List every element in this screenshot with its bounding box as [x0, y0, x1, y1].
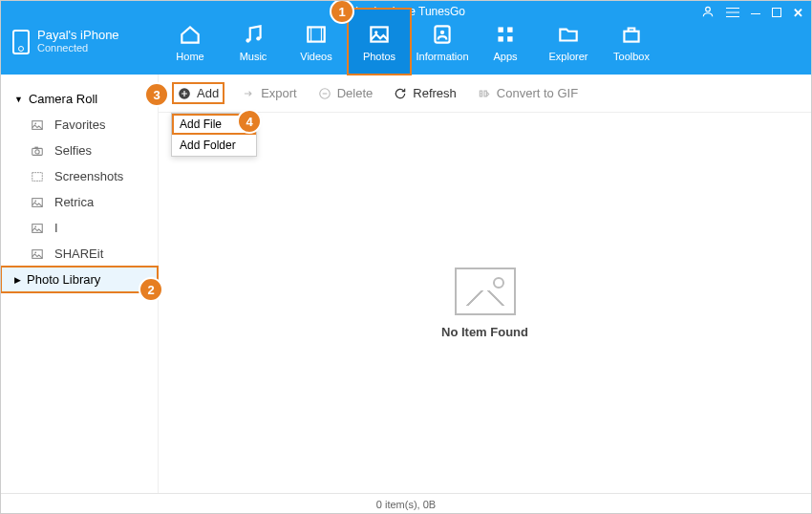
videos-icon [304, 22, 329, 47]
nav-home[interactable]: Home [159, 9, 222, 75]
item-label: SHAREit [54, 246, 103, 261]
nav-label: Videos [300, 51, 331, 62]
sidebar: ▼Camera RollFavoritesSelfiesScreenshotsR… [1, 75, 159, 493]
annotation-badge-1: 1 [330, 0, 354, 24]
music-icon [241, 22, 266, 47]
photos-icon [367, 22, 392, 47]
item-label: Favorites [54, 118, 105, 132]
svg-point-18 [35, 149, 39, 153]
svg-point-22 [34, 200, 36, 202]
svg-rect-12 [498, 36, 502, 41]
sidebar-group-photo-library[interactable]: ▶Photo Library [1, 267, 158, 292]
export-icon [242, 87, 255, 100]
refresh-button[interactable]: Refresh [394, 86, 457, 100]
nav-label: Explorer [549, 51, 588, 62]
menu-icon[interactable] [726, 6, 739, 20]
svg-point-16 [34, 122, 36, 124]
svg-point-2 [256, 36, 260, 40]
sidebar-item-favorites[interactable]: Favorites [1, 112, 158, 138]
status-bar: 0 item(s), 0B [1, 493, 811, 514]
app-header: Wondershare TunesGo ✕ Payal's iPhone Con… [1, 1, 811, 75]
sidebar-group-camera-roll[interactable]: ▼Camera Roll [1, 86, 158, 112]
svg-rect-14 [624, 31, 638, 41]
empty-image-icon [455, 268, 516, 315]
nav-label: Information [416, 51, 468, 62]
information-icon [430, 22, 455, 47]
nav-label: Photos [363, 51, 395, 62]
add-label: Add [197, 86, 219, 100]
annotation-badge-2: 2 [139, 277, 163, 302]
svg-rect-19 [34, 146, 38, 148]
refresh-icon [394, 87, 407, 100]
svg-rect-11 [507, 27, 512, 32]
nav-label: Apps [493, 51, 517, 62]
screenshot-icon [30, 170, 45, 183]
convert-gif-button[interactable]: Convert to GIF [478, 86, 578, 100]
gif-icon [478, 87, 491, 100]
apps-icon [493, 22, 518, 47]
maximize-button[interactable] [772, 6, 781, 20]
content-area: Add Export Delete Refresh Convert to GIF… [159, 75, 811, 493]
nav-label: Home [176, 51, 203, 62]
annotation-badge-3: 3 [144, 82, 169, 107]
add-button[interactable]: Add [176, 86, 221, 100]
nav-photos[interactable]: Photos [348, 9, 411, 75]
photo-icon [30, 247, 45, 261]
export-label: Export [261, 86, 297, 100]
photo-icon [30, 222, 45, 235]
body: ▼Camera RollFavoritesSelfiesScreenshotsR… [1, 75, 811, 493]
svg-point-0 [706, 7, 711, 11]
svg-rect-20 [32, 172, 43, 181]
plus-circle-icon [178, 87, 191, 100]
sidebar-item-shareit[interactable]: SHAREit [1, 241, 158, 267]
svg-point-9 [440, 30, 444, 33]
empty-state: No Item Found [159, 113, 811, 493]
svg-point-26 [34, 251, 36, 253]
close-button[interactable]: ✕ [793, 6, 803, 20]
caret-icon: ▶ [14, 275, 21, 285]
delete-icon [318, 87, 331, 100]
toolbox-icon [619, 22, 644, 47]
empty-label: No Item Found [441, 325, 528, 339]
nav-apps[interactable]: Apps [474, 9, 537, 75]
svg-rect-10 [498, 27, 502, 32]
toolbar: Add Export Delete Refresh Convert to GIF [159, 75, 811, 113]
window-controls: ✕ [701, 5, 803, 21]
svg-rect-4 [308, 27, 310, 41]
dropdown-add-folder[interactable]: Add Folder [172, 135, 256, 156]
nav-explorer[interactable]: Explorer [537, 9, 600, 75]
status-text: 0 item(s), 0B [376, 499, 436, 510]
svg-point-24 [34, 225, 36, 227]
svg-rect-6 [371, 27, 387, 41]
nav-music[interactable]: Music [222, 9, 285, 75]
photo-icon [30, 196, 45, 209]
refresh-label: Refresh [413, 86, 457, 100]
item-label: Screenshots [54, 169, 123, 183]
home-icon [178, 22, 203, 47]
device-name: Payal's iPhone [37, 28, 119, 42]
delete-label: Delete [337, 86, 374, 100]
main-nav: HomeMusicVideosPhotosInformationAppsExpl… [159, 1, 663, 75]
item-label: Selfies [54, 143, 92, 158]
nav-information[interactable]: Information [411, 9, 474, 75]
sidebar-item-retrica[interactable]: Retrica [1, 189, 158, 215]
sidebar-item-screenshots[interactable]: Screenshots [1, 163, 158, 189]
device-status: Connected [37, 42, 119, 54]
svg-rect-13 [507, 36, 512, 41]
sidebar-item-selfies[interactable]: Selfies [1, 138, 158, 163]
delete-button[interactable]: Delete [318, 86, 374, 100]
camera-icon [30, 144, 45, 158]
sidebar-item-i[interactable]: I [1, 215, 158, 241]
svg-point-1 [246, 38, 249, 42]
photo-icon [30, 118, 45, 132]
svg-rect-5 [321, 27, 324, 41]
caret-icon: ▼ [14, 95, 23, 104]
phone-icon [12, 30, 30, 54]
nav-toolbox[interactable]: Toolbox [600, 9, 663, 75]
minimize-button[interactable] [751, 6, 760, 20]
explorer-icon [556, 22, 581, 47]
group-label: Photo Library [27, 272, 100, 287]
user-icon[interactable] [701, 5, 715, 21]
svg-rect-3 [308, 27, 324, 41]
export-button[interactable]: Export [242, 86, 297, 100]
